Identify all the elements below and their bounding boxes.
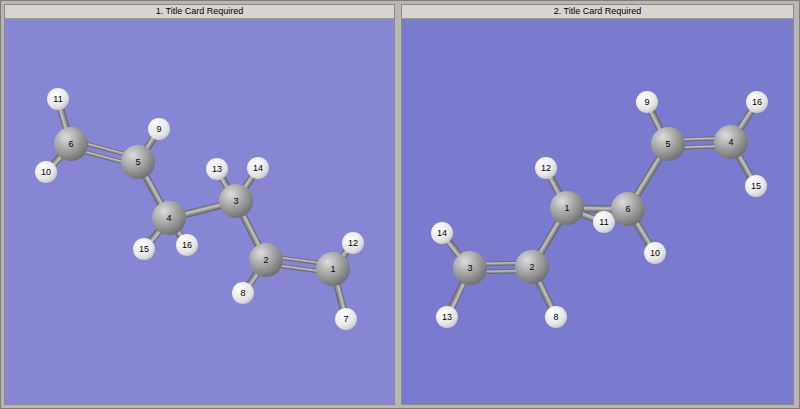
atom-label: 16 [182, 241, 192, 250]
atom-label: 15 [751, 182, 761, 191]
atom-label: 13 [212, 165, 222, 174]
atom-label: 14 [253, 164, 263, 173]
atom-label: 7 [343, 315, 348, 324]
atom-H16[interactable]: 16 [176, 234, 198, 256]
atom-label: 14 [437, 229, 447, 238]
atom-H14[interactable]: 14 [247, 157, 269, 179]
atom-H9[interactable]: 9 [148, 118, 170, 140]
atom-label: 1 [330, 265, 335, 274]
atom-label: 3 [233, 197, 238, 206]
atom-label: 4 [166, 214, 171, 223]
atom-label: 6 [68, 140, 73, 149]
app-window: 1. Title Card Required 11109131415168127… [0, 0, 800, 409]
molecule-window-2: 2. Title Card Required 91615121110141385… [401, 4, 794, 405]
atom-label: 16 [752, 98, 762, 107]
atom-label: 10 [41, 168, 51, 177]
atom-H15[interactable]: 15 [745, 175, 767, 197]
atom-H10[interactable]: 10 [644, 242, 666, 264]
molecule-window-1: 1. Title Card Required 11109131415168127… [4, 4, 395, 405]
window-1-title: 1. Title Card Required [156, 6, 244, 16]
window-2-titlebar[interactable]: 2. Title Card Required [402, 5, 793, 19]
atom-H14[interactable]: 14 [431, 222, 453, 244]
atom-label: 12 [348, 239, 358, 248]
atom-C5[interactable]: 5 [121, 145, 155, 179]
atom-label: 8 [553, 313, 558, 322]
window-2-title: 2. Title Card Required [554, 6, 642, 16]
atom-label: 15 [139, 245, 149, 254]
atom-label: 2 [263, 256, 268, 265]
atom-label: 5 [135, 158, 140, 167]
atom-H16[interactable]: 16 [746, 91, 768, 113]
atom-label: 6 [625, 205, 630, 214]
atom-C2[interactable]: 2 [249, 243, 283, 277]
atom-label: 10 [650, 249, 660, 258]
atom-label: 9 [644, 98, 649, 107]
atom-label: 1 [564, 204, 569, 213]
atom-label: 13 [442, 313, 452, 322]
atom-C6[interactable]: 6 [611, 192, 645, 226]
atom-label: 4 [728, 138, 733, 147]
atom-label: 11 [53, 95, 62, 104]
atom-label: 3 [467, 264, 472, 273]
atom-H13[interactable]: 13 [206, 158, 228, 180]
atom-C1[interactable]: 1 [316, 252, 350, 286]
atom-label: 12 [541, 164, 551, 173]
atom-H12[interactable]: 12 [535, 157, 557, 179]
window-1-titlebar[interactable]: 1. Title Card Required [5, 5, 394, 19]
atom-label: 11 [599, 218, 608, 227]
atom-H13[interactable]: 13 [436, 306, 458, 328]
atom-H8[interactable]: 8 [545, 306, 567, 328]
atom-label: 8 [240, 289, 245, 298]
atom-C4[interactable]: 4 [714, 125, 748, 159]
atom-H11[interactable]: 11 [47, 88, 69, 110]
atom-C1[interactable]: 1 [550, 191, 584, 225]
atom-C5[interactable]: 5 [651, 127, 685, 161]
atom-H12[interactable]: 12 [342, 232, 364, 254]
atom-H8[interactable]: 8 [232, 282, 254, 304]
atom-label: 9 [156, 125, 161, 134]
atom-H10[interactable]: 10 [35, 161, 57, 183]
atom-C6[interactable]: 6 [54, 127, 88, 161]
atom-H7[interactable]: 7 [335, 308, 357, 330]
atom-C4[interactable]: 4 [152, 201, 186, 235]
atom-H9[interactable]: 9 [636, 91, 658, 113]
atom-C3[interactable]: 3 [219, 184, 253, 218]
atom-C2[interactable]: 2 [515, 250, 549, 284]
atom-label: 5 [665, 140, 670, 149]
molecule-viewport-2[interactable]: 9161512111014138546123 [402, 19, 793, 404]
molecule-viewport-1[interactable]: 11109131415168127654321 [5, 19, 394, 404]
atom-label: 2 [529, 263, 534, 272]
atom-C3[interactable]: 3 [453, 251, 487, 285]
atom-H15[interactable]: 15 [133, 238, 155, 260]
